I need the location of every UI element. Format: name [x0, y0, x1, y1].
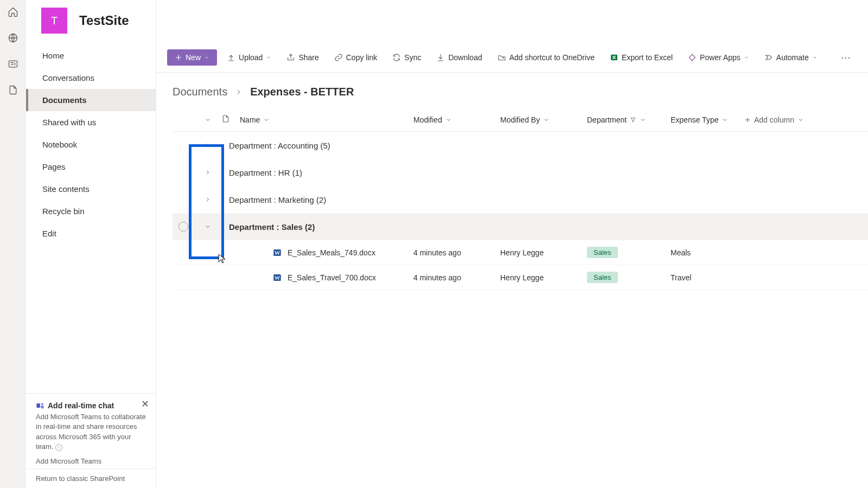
- expand-button[interactable]: [199, 164, 216, 181]
- chevron-down-icon: [640, 117, 646, 123]
- nav-item-conversations[interactable]: Conversations: [26, 67, 156, 89]
- excel-icon: [610, 53, 618, 62]
- group-row-sales[interactable]: Department : Sales (2): [173, 213, 868, 240]
- export-excel-button[interactable]: Export to Excel: [604, 50, 678, 65]
- promo-link[interactable]: Add Microsoft Teams: [36, 457, 146, 465]
- nav-item-site-contents[interactable]: Site contents: [26, 178, 156, 200]
- chevron-down-icon: [543, 117, 550, 123]
- collapse-button[interactable]: [199, 218, 216, 235]
- nav-item-notebook[interactable]: Notebook: [26, 133, 156, 156]
- power-apps-button[interactable]: Power Apps: [682, 50, 755, 65]
- download-button[interactable]: Download: [431, 50, 487, 65]
- promo-body: Add Microsoft Teams to collaborate in re…: [36, 412, 146, 452]
- sync-icon: [392, 53, 401, 62]
- file-name: E_Sales_Meals_749.docx: [288, 248, 375, 257]
- dept-pill: Sales: [587, 272, 618, 283]
- column-department[interactable]: Department: [587, 115, 668, 124]
- left-nav: T TestSite Home Conversations Documents …: [26, 0, 156, 488]
- filter-icon: [630, 117, 636, 123]
- copy-link-button[interactable]: Copy link: [329, 50, 383, 65]
- crumb-root[interactable]: Documents: [173, 86, 227, 98]
- nav-item-documents[interactable]: Documents: [26, 89, 156, 111]
- chevron-down-icon: [812, 55, 818, 60]
- link-icon: [334, 53, 343, 62]
- news-icon[interactable]: [8, 59, 18, 69]
- new-button[interactable]: New: [167, 49, 217, 66]
- command-bar: New Upload Share Copy link Sync: [156, 42, 868, 73]
- select-radio[interactable]: [178, 222, 188, 232]
- promo-title: Add real-time chat: [48, 401, 114, 410]
- classic-link[interactable]: Return to classic SharePoint: [26, 468, 156, 488]
- column-expense-type[interactable]: Expense Type: [668, 115, 744, 124]
- home-icon[interactable]: [8, 7, 18, 17]
- group-label: Department : Marketing (2): [221, 195, 326, 204]
- info-icon[interactable]: i: [55, 444, 62, 451]
- group-row-accounting[interactable]: Department : Accounting (5): [173, 132, 868, 159]
- chevron-down-icon: [204, 55, 209, 60]
- expand-button[interactable]: [199, 191, 216, 208]
- automate-button[interactable]: Automate: [759, 50, 823, 65]
- chevron-down-icon: [205, 223, 211, 230]
- plus-icon: [744, 117, 751, 123]
- more-button[interactable]: ⋯: [835, 48, 857, 67]
- svg-rect-7: [273, 274, 281, 281]
- chevron-down-icon: [266, 55, 271, 60]
- modified-value: 4 minutes ago: [413, 273, 500, 282]
- add-shortcut-button[interactable]: Add shortcut to OneDrive: [492, 50, 600, 65]
- chevron-down-icon: [797, 117, 804, 123]
- nav-item-home[interactable]: Home: [26, 44, 156, 67]
- close-icon[interactable]: ✕: [141, 398, 149, 410]
- column-modified[interactable]: Modified: [413, 115, 500, 124]
- nav-item-shared[interactable]: Shared with us: [26, 111, 156, 133]
- upload-icon: [227, 53, 235, 62]
- download-icon: [436, 53, 445, 62]
- dept-pill: Sales: [587, 247, 618, 258]
- site-logo[interactable]: T: [41, 8, 67, 34]
- promo-panel: ✕ Add real-time chat Add Microsoft Teams…: [26, 393, 156, 468]
- column-modified-by[interactable]: Modified By: [500, 115, 587, 124]
- upload-button[interactable]: Upload: [221, 50, 277, 65]
- nav-item-pages[interactable]: Pages: [26, 156, 156, 178]
- expense-type-value: Travel: [668, 273, 744, 282]
- column-name[interactable]: Name: [240, 115, 413, 124]
- chevron-right-icon: [205, 169, 211, 176]
- sync-button[interactable]: Sync: [387, 50, 426, 65]
- share-icon: [286, 53, 295, 62]
- shortcut-icon: [497, 53, 506, 62]
- chevron-down-icon: [722, 117, 728, 123]
- group-row-hr[interactable]: Department : HR (1): [173, 159, 868, 186]
- svg-rect-1: [9, 61, 17, 67]
- svg-point-3: [41, 403, 43, 406]
- crumb-current: Expenses - BETTER: [250, 86, 354, 98]
- table-row[interactable]: E_Sales_Travel_700.docx 4 minutes ago He…: [173, 265, 868, 290]
- group-row-marketing[interactable]: Department : Marketing (2): [173, 186, 868, 213]
- chevron-right-icon: [205, 196, 211, 203]
- chevron-down-icon: [445, 117, 452, 123]
- nav-item-edit[interactable]: Edit: [26, 222, 156, 245]
- automate-icon: [764, 53, 773, 62]
- word-file-icon: [272, 248, 282, 258]
- breadcrumb: Documents Expenses - BETTER: [156, 73, 868, 108]
- share-button[interactable]: Share: [281, 50, 324, 65]
- main: New Upload Share Copy link Sync: [156, 0, 868, 488]
- site-title: TestSite: [79, 13, 129, 28]
- teams-icon: [36, 401, 44, 410]
- modified-by-value: Henry Legge: [500, 273, 587, 282]
- nav-item-recycle-bin[interactable]: Recycle bin: [26, 200, 156, 222]
- chevron-down-icon: [744, 55, 749, 60]
- table-row[interactable]: E_Sales_Meals_749.docx 4 minutes ago Hen…: [173, 240, 868, 265]
- powerapps-icon: [688, 53, 697, 62]
- file-type-icon[interactable]: [221, 114, 230, 123]
- chevron-down-icon: [263, 117, 270, 123]
- add-column-button[interactable]: Add column: [744, 115, 831, 124]
- group-label: Department : Sales (2): [221, 222, 315, 232]
- chevron-down-icon[interactable]: [205, 117, 211, 123]
- svg-rect-4: [41, 406, 43, 408]
- files-icon[interactable]: [8, 85, 18, 95]
- svg-rect-2: [36, 403, 40, 408]
- expand-button[interactable]: [199, 137, 216, 154]
- globe-icon[interactable]: [8, 33, 18, 43]
- word-file-icon: [272, 273, 282, 282]
- plus-icon: [175, 54, 182, 61]
- svg-rect-6: [273, 249, 281, 256]
